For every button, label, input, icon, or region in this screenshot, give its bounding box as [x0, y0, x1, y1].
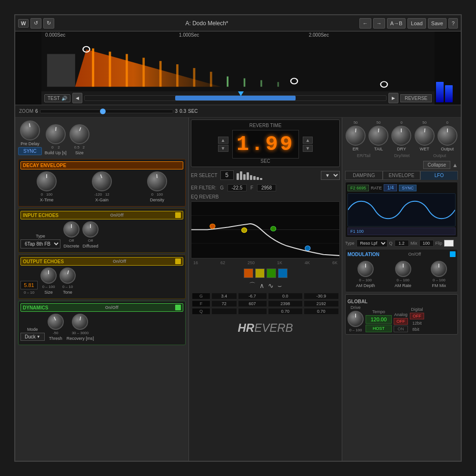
eq-q-3[interactable]: 0.70 [268, 308, 303, 315]
analog-on-button[interactable]: ON [394, 326, 408, 332]
tempo-display[interactable]: 120.00 [366, 315, 392, 324]
eq-type-bell[interactable]: ∧ [259, 281, 264, 290]
am-depth-knob[interactable] [357, 261, 374, 277]
eq-band-yellow-button[interactable] [255, 268, 265, 278]
bit-8-option[interactable]: 8bit [411, 327, 423, 332]
prev-preset-button[interactable]: ← [359, 18, 371, 29]
diffused-knob[interactable] [82, 221, 99, 238]
oe-tone-knob[interactable] [60, 268, 76, 284]
fm-mix-knob[interactable] [431, 261, 447, 277]
thresh-group: -50 Thresh [48, 314, 64, 341]
output-echoes-header: OUTPUT ECHOES On/Off [20, 257, 183, 266]
svg-rect-3 [126, 54, 128, 87]
rt-right-down-button[interactable]: ▼ [303, 145, 313, 152]
output-knob[interactable] [437, 126, 457, 146]
am-rate-knob[interactable] [395, 261, 411, 277]
eq-g-4[interactable]: -30.9 [304, 293, 339, 299]
scroll-track[interactable] [84, 95, 387, 101]
thresh-knob[interactable] [48, 314, 64, 330]
digital-off-button[interactable]: OFF [410, 313, 424, 319]
duck-button[interactable]: Duck ▼ [20, 333, 45, 341]
redo-button[interactable]: ↻ [43, 18, 54, 29]
lfo-canvas[interactable] [347, 193, 456, 227]
eq-band-blue-button[interactable] [278, 268, 288, 278]
type-select[interactable]: 6Tap 8th FB [20, 239, 60, 248]
recovery-knob[interactable] [72, 314, 88, 330]
digital-label: Digital [411, 307, 423, 312]
er-select-value[interactable]: 5 [220, 170, 234, 180]
eq-band-green-button[interactable] [267, 268, 276, 278]
oe-size-knob[interactable] [40, 268, 57, 284]
input-echoes-onoff[interactable]: On/Off [110, 213, 124, 218]
eq-g-1[interactable]: 3.4 [211, 293, 237, 299]
xtime-knob[interactable] [37, 171, 57, 191]
lfo-flip-box[interactable] [444, 240, 454, 247]
rt-up-button[interactable]: ▲ [218, 137, 228, 144]
pre-delay-knob[interactable] [20, 120, 40, 140]
play-button[interactable]: ▶ [388, 93, 398, 103]
xgain-knob[interactable] [92, 171, 112, 191]
reverse-button[interactable]: REVERSE [400, 94, 432, 102]
eq-g-2[interactable]: -6.7 [238, 293, 267, 299]
discrete-knob[interactable] [63, 221, 79, 238]
reverb-time-value[interactable]: 1.99 [232, 130, 299, 159]
eq-f-1[interactable]: 72 [211, 300, 237, 307]
load-button[interactable]: Load [407, 18, 426, 29]
lfo-q-value[interactable]: 1.2 [395, 240, 409, 247]
bit-12-option[interactable]: 12bit [411, 320, 423, 326]
er-bar-3 [243, 174, 246, 180]
undo-button[interactable]: ↺ [30, 18, 41, 29]
wet-knob[interactable] [415, 126, 435, 146]
eq-g-3[interactable]: 0.0 [268, 293, 303, 299]
eq-type-notch[interactable]: ∿ [268, 281, 274, 290]
test-button[interactable]: TEST 🔊 [44, 94, 70, 102]
eq-f-2[interactable]: 607 [238, 300, 267, 307]
size-knob[interactable] [69, 124, 89, 144]
help-button[interactable]: ? [448, 18, 458, 29]
density-knob[interactable] [147, 171, 167, 191]
lfo-sync-button[interactable]: SYNC [399, 185, 416, 191]
dry-knob[interactable] [391, 126, 411, 146]
eq-type-lowshelf[interactable]: ⌣ [278, 281, 282, 290]
waveform-center[interactable]: 0.000Sec 1.000Sec 2.000Sec [41, 31, 435, 105]
er-dropdown[interactable]: ▼ [321, 171, 340, 180]
zoom-track[interactable] [40, 109, 173, 113]
eq-canvas[interactable] [191, 201, 340, 258]
tab-damping[interactable]: DAMPING [345, 171, 383, 180]
tab-envelope[interactable]: ENVELOPE [383, 171, 420, 180]
dynamics-onoff[interactable]: On/Off [105, 305, 119, 310]
host-button[interactable]: HOST [366, 325, 392, 332]
eq-band-orange-button[interactable] [244, 268, 253, 278]
play-left-button[interactable]: ◀ [72, 93, 82, 103]
rt-right-up-button[interactable]: ▲ [303, 137, 313, 144]
lfo-type-select[interactable]: Reso Lpf [357, 239, 387, 247]
output-echoes-display[interactable]: 5.81 [20, 281, 38, 289]
next-preset-button[interactable]: → [373, 18, 385, 29]
dry-label: DRY [397, 147, 406, 151]
eq-f-4[interactable]: 2192 [304, 300, 339, 307]
drive-knob[interactable] [347, 311, 364, 327]
lfo-rate-value[interactable]: 1/4 [384, 184, 397, 191]
er-filter-g-value[interactable]: -22.5 [228, 184, 247, 191]
build-up-knob[interactable] [46, 124, 66, 144]
save-button[interactable]: Save [428, 18, 446, 29]
tail-knob[interactable] [368, 126, 388, 146]
digital-toggle: OFF [410, 313, 424, 319]
eq-q-4[interactable]: 0.70 [304, 308, 339, 315]
collapse-button[interactable]: Collapse [423, 161, 450, 169]
pre-delay-sync-button[interactable]: SYNC [18, 147, 42, 155]
er-filter-f-value[interactable]: 2958 [257, 184, 276, 191]
er-knob[interactable] [346, 126, 366, 146]
lfo-f2-tag[interactable]: F2 6695 [347, 185, 369, 191]
modulation-onoff[interactable]: On/Off [408, 252, 421, 257]
er-filter-label: ER FILTER: [191, 185, 216, 190]
eq-f-3[interactable]: 2398 [268, 300, 303, 307]
lfo-f1-tag[interactable]: F1 100 [347, 228, 456, 235]
output-echoes-onoff[interactable]: On/Off [113, 259, 126, 264]
tab-lfo[interactable]: LFO [420, 171, 458, 180]
rt-down-button[interactable]: ▼ [218, 145, 228, 152]
ab-button[interactable]: A→B [387, 18, 406, 29]
eq-type-highshelf[interactable]: ⌒ [249, 281, 256, 290]
lfo-mix-value[interactable]: 100 [419, 240, 434, 247]
analog-off-button[interactable]: OFF [394, 318, 408, 325]
